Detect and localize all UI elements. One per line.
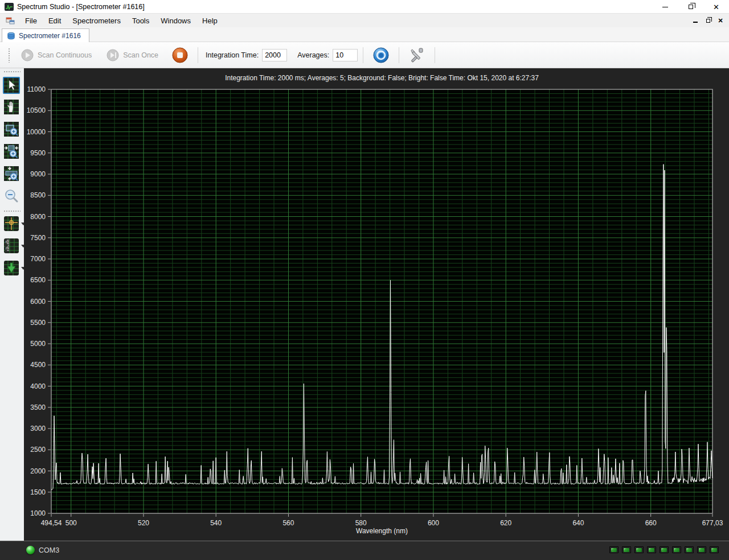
child-minimize-icon — [693, 22, 698, 23]
svg-text:9000: 9000 — [30, 170, 46, 178]
stop-button[interactable] — [167, 45, 193, 65]
child-close-button[interactable]: ✕ — [714, 15, 727, 26]
svg-text:2000: 2000 — [30, 467, 46, 475]
axis-scale-icon: 80 20 — [4, 238, 19, 253]
menu-edit[interactable]: Edit — [43, 14, 67, 27]
toolbar-separator — [198, 47, 198, 63]
integration-time-input[interactable] — [262, 49, 287, 61]
restore-icon — [689, 5, 693, 9]
child-minimize-button[interactable] — [689, 15, 702, 26]
cursor-tool-button[interactable] — [3, 216, 21, 233]
child-close-icon: ✕ — [718, 17, 723, 24]
main-toolbar: Scan Continuous Scan Once Integration Ti… — [0, 42, 729, 68]
play-icon — [21, 49, 34, 61]
tab-spectrometer-1616[interactable]: Spectrometer #1616 — [2, 28, 89, 43]
svg-text:560: 560 — [282, 519, 294, 527]
svg-text:10000: 10000 — [27, 128, 46, 136]
child-restore-icon — [706, 19, 710, 23]
export-down-arrow-icon — [4, 261, 19, 275]
menu-file[interactable]: File — [19, 14, 43, 27]
svg-text:80: 80 — [6, 241, 9, 244]
status-led — [622, 546, 631, 553]
svg-text:5500: 5500 — [30, 319, 46, 327]
toolbar-separator — [363, 47, 363, 63]
close-button[interactable]: ✕ — [703, 0, 729, 14]
zoom-vertical-icon — [4, 166, 19, 181]
scale-tool-button[interactable]: 80 20 — [3, 238, 21, 255]
svg-text:3000: 3000 — [30, 425, 46, 433]
settings-button[interactable] — [404, 45, 429, 65]
child-restore-button[interactable] — [702, 15, 714, 26]
svg-text:3500: 3500 — [30, 403, 46, 411]
svg-text:5000: 5000 — [30, 340, 46, 348]
sidebar-separator — [3, 210, 21, 213]
device-led-row — [609, 546, 719, 553]
svg-text:580: 580 — [355, 519, 367, 527]
tab-strip: Spectrometer #1616 — [0, 27, 729, 42]
tool-sidebar: 80 20 — [0, 68, 24, 541]
zoom-vertical-tool-button[interactable] — [3, 166, 21, 183]
menu-help[interactable]: Help — [196, 14, 223, 27]
svg-text:1000: 1000 — [30, 509, 46, 517]
title-bar: Spectrum Studio - [Spectrometer #1616] ✕ — [0, 0, 729, 14]
pan-tool-button[interactable] — [3, 99, 21, 116]
toolbar-separator — [435, 47, 435, 63]
svg-text:7000: 7000 — [30, 255, 46, 263]
minimize-button[interactable] — [652, 0, 678, 14]
spectrum-plot[interactable]: 1000150020002500300035004000450050005500… — [24, 68, 729, 541]
window-title: Spectrum Studio - [Spectrometer #1616] — [17, 3, 145, 11]
svg-text:2500: 2500 — [30, 446, 46, 454]
toolbar-separator — [399, 47, 399, 63]
scan-continuous-label: Scan Continuous — [38, 51, 92, 59]
spectrum-chart-panel: Integration Time: 2000 ms; Averages: 5; … — [24, 68, 729, 541]
com-status-led-icon — [26, 546, 35, 554]
menu-windows[interactable]: Windows — [155, 14, 196, 27]
restore-button[interactable] — [678, 0, 703, 14]
sidebar-grip[interactable] — [3, 71, 21, 73]
svg-text:11000: 11000 — [27, 85, 46, 93]
averages-input[interactable] — [333, 49, 358, 61]
status-led — [634, 546, 644, 553]
toolbar-grip[interactable] — [8, 48, 11, 63]
svg-text:4000: 4000 — [30, 382, 46, 390]
svg-text:1500: 1500 — [30, 488, 46, 496]
crosshair-cursor-icon — [4, 216, 19, 231]
status-led — [710, 546, 719, 553]
status-led — [647, 546, 656, 553]
pointer-tool-button[interactable] — [3, 77, 20, 94]
status-led — [672, 546, 681, 553]
hand-icon — [4, 100, 19, 114]
pointer-icon — [4, 78, 19, 93]
export-tool-button[interactable] — [3, 260, 21, 277]
zoom-out-tool-button[interactable] — [3, 188, 21, 205]
minimize-icon — [662, 7, 668, 7]
com-port-label: COM3 — [39, 546, 59, 554]
svg-text:620: 620 — [500, 519, 511, 527]
svg-text:8500: 8500 — [30, 191, 46, 199]
svg-text:494,54: 494,54 — [41, 519, 62, 527]
close-icon: ✕ — [713, 3, 719, 11]
zoom-horizontal-tool-button[interactable] — [3, 143, 21, 160]
status-led — [609, 546, 619, 553]
svg-text:677,03: 677,03 — [702, 519, 723, 527]
status-led — [660, 546, 669, 553]
menu-spectrometers[interactable]: Spectrometers — [67, 14, 126, 27]
scan-once-button[interactable]: Scan Once — [102, 47, 163, 64]
scan-continuous-button[interactable]: Scan Continuous — [17, 47, 96, 64]
zoom-box-icon — [4, 122, 19, 137]
app-icon — [5, 2, 14, 11]
menu-tools[interactable]: Tools — [126, 14, 155, 27]
status-led — [685, 546, 694, 553]
tab-label: Spectrometer #1616 — [19, 32, 81, 40]
child-window-controls: ✕ — [689, 14, 727, 27]
svg-text:500: 500 — [65, 519, 77, 527]
mdi-child-icon — [6, 16, 15, 25]
zoom-box-tool-button[interactable] — [3, 121, 21, 138]
svg-text:10500: 10500 — [27, 106, 46, 114]
status-led — [697, 546, 706, 553]
play-once-icon — [107, 49, 119, 61]
record-button[interactable] — [368, 45, 394, 65]
zoom-out-icon — [4, 188, 19, 203]
svg-text:540: 540 — [210, 519, 222, 527]
svg-text:8000: 8000 — [30, 213, 46, 221]
